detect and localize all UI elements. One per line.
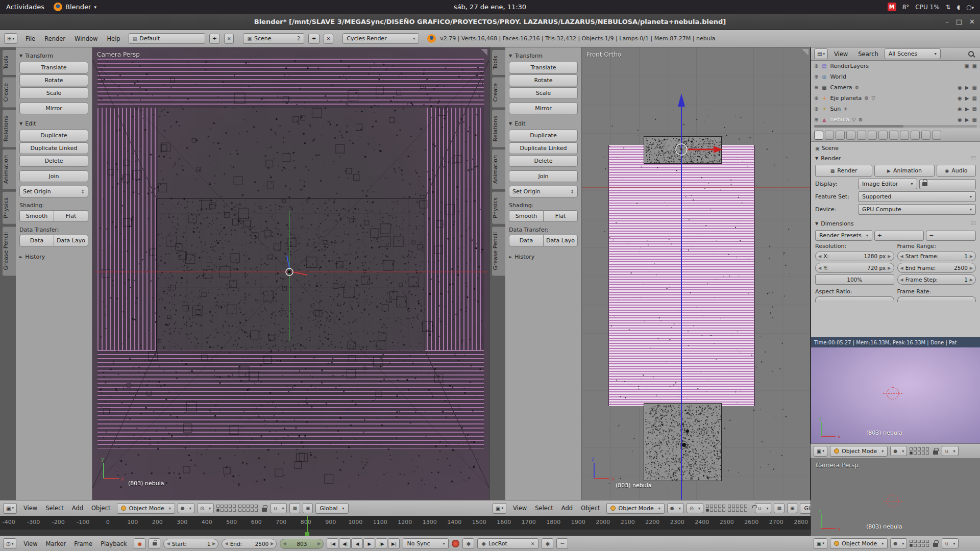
eye-icon[interactable]: ◉ bbox=[958, 106, 962, 112]
layout-add-button[interactable]: + bbox=[209, 34, 220, 44]
mode-select[interactable]: Object Mode▾ bbox=[606, 503, 664, 514]
resolution-percent-field[interactable]: 100% bbox=[815, 274, 894, 285]
orientation-select[interactable]: Global▾ bbox=[315, 503, 348, 514]
join-button[interactable]: Join bbox=[19, 170, 88, 182]
delete-keyframe-button[interactable]: − bbox=[556, 538, 568, 549]
mode-select[interactable]: Object Mode▾ bbox=[830, 446, 888, 457]
layer-buttons[interactable] bbox=[910, 540, 929, 547]
texture-tab-icon[interactable] bbox=[911, 131, 920, 140]
viewport-menu[interactable]: Add bbox=[68, 505, 87, 512]
outliner-row-world[interactable]: ⊕ ◍ World bbox=[811, 71, 980, 82]
snap-select[interactable]: ∪▾ bbox=[755, 503, 771, 513]
data-layout-button[interactable]: Data Layo bbox=[54, 235, 88, 246]
viewport-menu[interactable]: Object bbox=[87, 505, 114, 512]
opengl-anim-button[interactable]: ▣ bbox=[787, 503, 798, 513]
scene-close-button[interactable]: ✕ bbox=[324, 34, 334, 44]
render-icon[interactable]: ▦ bbox=[972, 106, 977, 112]
preset-remove-button[interactable]: − bbox=[926, 231, 976, 241]
lock-icon[interactable] bbox=[262, 508, 267, 512]
editor-type-button[interactable]: ▣▾ bbox=[3, 503, 17, 514]
keying-set-select[interactable]: ◆LocRot✕ bbox=[477, 538, 538, 549]
mode-select[interactable]: Object Mode▾ bbox=[830, 538, 888, 549]
clock[interactable]: sáb, 27 de ene, 11:30 bbox=[454, 3, 526, 11]
info-menu[interactable]: File bbox=[21, 35, 39, 42]
viewport-menu[interactable]: View bbox=[19, 505, 41, 512]
expand-icon[interactable]: ⊕ bbox=[814, 63, 818, 69]
join-button[interactable]: Join bbox=[509, 170, 578, 182]
scene-select[interactable]: ▣Scene2 bbox=[243, 33, 304, 44]
power-menu-icon[interactable]: ○▾ bbox=[966, 4, 974, 11]
scene-add-button[interactable]: + bbox=[308, 34, 319, 44]
clear-keying-set-icon[interactable]: ✕ bbox=[529, 541, 535, 546]
current-frame-field[interactable]: ◀803▶ bbox=[280, 539, 324, 549]
layer-buttons[interactable] bbox=[910, 447, 929, 455]
physics-tab-icon[interactable] bbox=[932, 131, 941, 140]
render-engine-select[interactable]: Cycles Render▾ bbox=[342, 33, 419, 44]
tool-button[interactable]: Translate bbox=[509, 62, 578, 73]
toolshelf-tab[interactable]: Physics bbox=[492, 191, 505, 224]
render-tab-icon[interactable] bbox=[814, 131, 823, 140]
display-lock-button[interactable] bbox=[919, 179, 976, 189]
frame-step-field[interactable]: ◀Frame Step:1▶ bbox=[897, 274, 976, 285]
expand-icon[interactable]: ⊕ bbox=[814, 95, 818, 101]
tool-button[interactable]: Duplicate bbox=[19, 130, 88, 141]
layer-buttons[interactable] bbox=[216, 505, 258, 512]
mode-select[interactable]: Object Mode▾ bbox=[117, 503, 175, 514]
select-icon[interactable]: ▶ bbox=[965, 106, 969, 112]
rendered-viewport[interactable]: y x (803) nebula bbox=[811, 347, 980, 443]
tool-button[interactable]: Duplicate Linked bbox=[509, 142, 578, 154]
tool-button[interactable]: Duplicate Linked bbox=[19, 142, 88, 154]
constraints-tab-icon[interactable] bbox=[868, 131, 877, 140]
render-icon[interactable]: ▦ bbox=[972, 85, 977, 90]
timeline-menu[interactable]: Frame bbox=[70, 540, 96, 547]
snap-select[interactable]: ∪▾ bbox=[942, 446, 958, 456]
viewport-front-ortho[interactable]: z x Front Ortho (803) nebula bbox=[582, 47, 811, 500]
edit-panel-header[interactable]: ▼Edit bbox=[19, 119, 88, 128]
maximize-button[interactable]: □ bbox=[956, 18, 962, 26]
resolution-y-field[interactable]: ◀Y:720 px▶ bbox=[815, 263, 894, 273]
select-icon[interactable]: ▶ bbox=[965, 117, 969, 122]
toolshelf-tab[interactable]: Tools bbox=[2, 49, 16, 76]
dimensions-panel-header[interactable]: ▼Dimensions⠿⠿ bbox=[815, 219, 976, 228]
keying-set-icon-button[interactable]: ◆ bbox=[462, 538, 474, 549]
transport-button[interactable]: |◀ bbox=[327, 538, 338, 549]
viewport-menu[interactable]: Object bbox=[577, 505, 604, 512]
transform-panel-header[interactable]: ▼Transform bbox=[19, 51, 88, 60]
eye-icon[interactable]: ◉ bbox=[958, 85, 962, 90]
end-frame-field[interactable]: ◀End Frame:2500▶ bbox=[897, 263, 976, 273]
outliner-row-renderlayers[interactable]: ⊕ ▤ RenderLayers ▣▣ bbox=[811, 61, 980, 71]
toolshelf-tab[interactable]: Animation bbox=[2, 149, 16, 190]
orientation-select[interactable]: Global▾ bbox=[800, 503, 811, 514]
viewport-menu[interactable]: Select bbox=[41, 505, 67, 512]
pivot-select[interactable]: ⊙▾ bbox=[197, 503, 214, 513]
info-menu[interactable]: Help bbox=[103, 35, 124, 42]
weather-temp[interactable]: 8° bbox=[902, 4, 910, 11]
viewport-camera-persp[interactable]: y x Camera Persp (803) nebula bbox=[92, 47, 489, 500]
outliner-row-nebula[interactable]: ⊕ ▲ nebula ▽ ⚙ ◉▶▦ bbox=[811, 114, 980, 125]
viewport-menu[interactable]: Add bbox=[557, 505, 577, 512]
app-menu[interactable]: Blender ▾ bbox=[54, 3, 96, 11]
transform-panel-header[interactable]: ▼Transform bbox=[509, 51, 578, 60]
expand-icon[interactable]: ⊕ bbox=[814, 74, 818, 80]
timeline-menu[interactable]: Marker bbox=[42, 540, 70, 547]
sync-select[interactable]: No Sync▾ bbox=[403, 538, 449, 549]
search-icon[interactable] bbox=[968, 51, 974, 57]
expand-icon[interactable]: ⊕ bbox=[814, 85, 818, 90]
opengl-anim-button[interactable]: ▣ bbox=[303, 503, 313, 513]
tool-button[interactable]: Delete bbox=[19, 155, 88, 167]
smooth-button[interactable]: Smooth bbox=[509, 210, 543, 222]
start-frame-field[interactable]: ◀Start Frame:1▶ bbox=[897, 251, 976, 261]
display-select[interactable]: Image Editor▾ bbox=[858, 179, 917, 189]
opengl-render-button[interactable]: ▦ bbox=[289, 503, 300, 513]
expand-icon[interactable]: ⊕ bbox=[814, 117, 818, 122]
transport-button[interactable]: ◀ bbox=[351, 538, 363, 549]
outliner-row-camera[interactable]: ⊕ ▦ Camera ⚙ ◉▶▦ bbox=[811, 82, 980, 93]
toolshelf-tab[interactable]: Grease Pencil bbox=[492, 226, 505, 276]
end-frame-field[interactable]: ◀End:2500▶ bbox=[222, 539, 277, 549]
layout-close-button[interactable]: ✕ bbox=[224, 34, 234, 44]
scene-tab-icon[interactable] bbox=[836, 131, 845, 140]
info-menu[interactable]: Render bbox=[40, 35, 69, 42]
world-tab-icon[interactable] bbox=[846, 131, 855, 140]
network-icon[interactable]: ⇅ bbox=[946, 4, 951, 11]
history-panel-header[interactable]: ►History bbox=[19, 252, 88, 261]
